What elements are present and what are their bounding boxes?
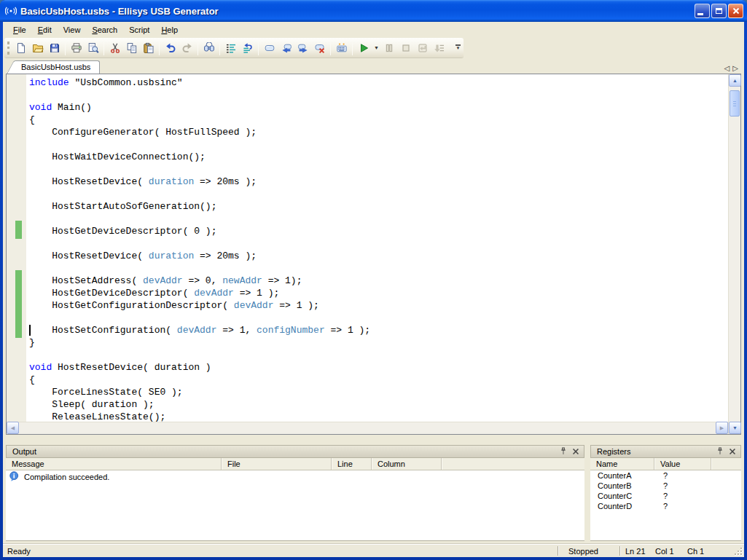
menu-edit[interactable]: Edit [32, 23, 58, 36]
toolbar-grip[interactable] [7, 42, 9, 55]
new-file-icon [15, 42, 27, 54]
run-button[interactable] [355, 40, 372, 56]
vertical-scroll-thumb[interactable] [730, 90, 740, 117]
output-column-line[interactable]: Line [332, 458, 372, 470]
registers-pin-button[interactable] [714, 446, 725, 457]
tab-scroll-left-icon[interactable]: ◁ [724, 64, 733, 72]
run-dropdown-arrow-icon[interactable]: ▼ [372, 45, 380, 50]
print-preview-button[interactable] [85, 40, 101, 56]
code-line[interactable]: void HostResetDevice( duration ) [29, 361, 728, 374]
cut-button[interactable] [106, 40, 123, 56]
code-line[interactable]: { [29, 114, 728, 126]
register-value: ? [656, 471, 668, 480]
menu-search[interactable]: Search [86, 23, 123, 36]
resize-grip[interactable] [734, 547, 743, 556]
register-row[interactable]: CounterC? [590, 491, 741, 501]
scroll-left-button[interactable]: ◀ [7, 422, 19, 434]
code-line[interactable]: HostGetConfigurationDescriptor( devAddr … [29, 299, 728, 312]
bookmark-prev-button[interactable] [278, 40, 294, 56]
register-value: ? [656, 502, 668, 510]
copy-icon [126, 42, 138, 54]
output-close-button[interactable] [570, 446, 581, 457]
code-line[interactable] [29, 138, 728, 151]
close-button[interactable] [728, 4, 743, 18]
output-row[interactable]: Compilation succeeded. [6, 470, 584, 482]
find-button[interactable] [200, 40, 217, 56]
output-list[interactable]: Compilation succeeded. [6, 470, 584, 541]
menu-view[interactable]: View [58, 23, 87, 36]
horizontal-scrollbar[interactable]: ◀ ▶ [7, 422, 728, 434]
code-line[interactable]: HostGetDeviceDescriptor( 0 ); [29, 225, 728, 237]
code-line[interactable]: HostResetDevice( duration => 20ms ); [29, 176, 728, 188]
code-line[interactable] [29, 163, 728, 176]
tab-basicusbhost[interactable]: BasicUsbHost.usbs [15, 60, 100, 74]
code-line[interactable]: { [29, 374, 728, 386]
code-line[interactable] [29, 349, 728, 361]
code-line[interactable]: ConfigureGenerator( HostFullSpeed ); [29, 126, 728, 138]
registers-column-name[interactable]: Name [590, 458, 654, 470]
keyword-token: include [29, 77, 69, 88]
status-char: Ch 1 [687, 547, 704, 556]
output-pin-button[interactable] [558, 446, 568, 457]
code-line[interactable]: HostGetDeviceDescriptor( devAddr => 1 ); [29, 287, 728, 299]
output-column-message[interactable]: Message [6, 458, 222, 470]
registers-close-button[interactable] [727, 446, 738, 457]
pin-icon [715, 446, 725, 457]
bookmark-toggle-button[interactable] [261, 40, 278, 56]
scroll-right-button[interactable]: ▶ [716, 422, 728, 434]
line-numbers-button[interactable] [222, 40, 239, 56]
code-line[interactable] [29, 312, 728, 324]
menu-help[interactable]: Help [155, 23, 184, 36]
code-line[interactable]: Sleep( duration ); [29, 398, 728, 411]
code-line[interactable]: HostResetDevice( duration => 20ms ); [29, 250, 728, 262]
tab-scroll-right-icon[interactable]: ▷ [732, 64, 741, 72]
code-line[interactable]: HostSetConfiguration( devAddr => 1, conf… [29, 324, 728, 336]
toolbar-band: ▼ [4, 38, 464, 58]
code-line[interactable]: include "UsbCommon.usbsinc" [29, 76, 728, 89]
undo-button[interactable] [162, 40, 179, 56]
registers-column-value[interactable]: Value [654, 458, 711, 470]
save-button[interactable] [46, 40, 63, 56]
code-line[interactable] [29, 213, 728, 225]
print-button[interactable] [68, 40, 85, 56]
toolbar-overflow-button[interactable]: ▼ [453, 40, 463, 54]
bookmark-clear-button[interactable] [311, 40, 328, 56]
register-row[interactable]: CounterD? [590, 501, 741, 511]
menu-file[interactable]: File [7, 23, 32, 36]
code-area[interactable]: include "UsbCommon.usbsinc" void Main(){… [7, 74, 728, 422]
output-column-file[interactable]: File [222, 458, 332, 470]
vertical-scrollbar[interactable]: ▲ ▼ [728, 74, 740, 434]
code-line[interactable]: HostWaitDeviceConnection(); [29, 151, 728, 163]
maximize-button[interactable] [711, 4, 727, 18]
bookmark-next-button[interactable] [294, 40, 311, 56]
open-file-icon [32, 42, 44, 54]
registers-list[interactable]: CounterA?CounterB?CounterC?CounterD? [590, 470, 741, 541]
register-row[interactable]: CounterA? [590, 470, 741, 481]
code-line[interactable] [29, 262, 728, 275]
code-line[interactable]: } [29, 336, 728, 349]
open-file-button[interactable] [29, 40, 46, 56]
code-line[interactable]: ForceLinesState( SE0 ); [29, 386, 728, 398]
code-text: => 0, [183, 275, 223, 286]
code-line[interactable]: HostSetAddress( devAddr => 0, newAddr =>… [29, 275, 728, 287]
code-text: => 1, [216, 325, 257, 336]
code-line[interactable]: void Main() [29, 101, 728, 114]
code-editor[interactable]: include "UsbCommon.usbsinc" void Main(){… [6, 74, 741, 435]
virtual-keyboard-button[interactable] [333, 40, 350, 56]
new-file-button[interactable] [12, 40, 29, 56]
register-row[interactable]: CounterB? [590, 481, 741, 491]
radio-signal-icon[interactable] [5, 5, 17, 17]
menu-script[interactable]: Script [123, 23, 155, 36]
output-column-column[interactable]: Column [372, 458, 442, 470]
goto-line-button[interactable] [239, 40, 256, 56]
paste-button[interactable] [140, 40, 157, 56]
copy-button[interactable] [123, 40, 140, 56]
code-line[interactable] [29, 188, 728, 200]
minimize-button[interactable] [695, 4, 710, 18]
code-line[interactable]: ReleaseLinesState(); [29, 411, 728, 422]
scroll-up-button[interactable]: ▲ [729, 74, 741, 87]
code-line[interactable] [29, 237, 728, 250]
code-line[interactable] [29, 89, 728, 101]
scroll-down-button[interactable]: ▼ [729, 422, 741, 434]
code-line[interactable]: HostStartAutoSofGeneration(); [29, 200, 728, 213]
